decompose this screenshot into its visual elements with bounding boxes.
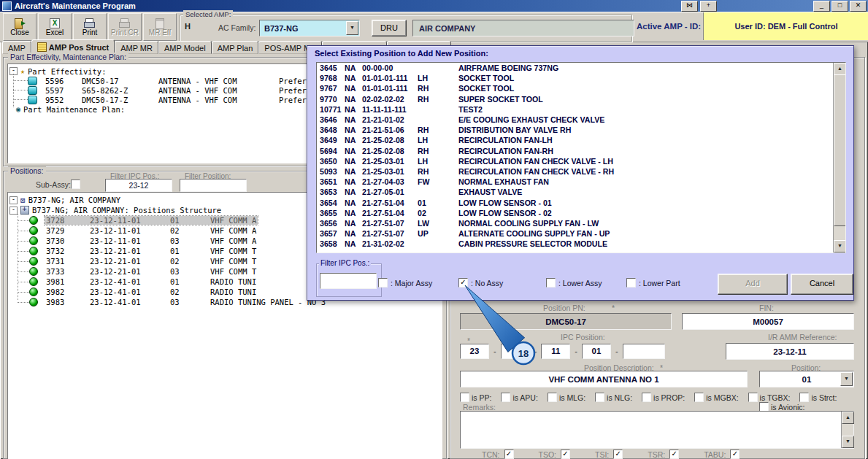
- flag-checkbox[interactable]: [799, 393, 809, 402]
- scroll-up-icon[interactable]: ▲: [834, 63, 846, 75]
- part-pn: DMC50-17-Z: [82, 96, 158, 104]
- tree-connector: [18, 282, 29, 282]
- title-bar[interactable]: Aircraft's Maintenance Program ⋈ + _ □ ✕: [0, 0, 868, 12]
- bottom-flag-checkbox[interactable]: ✓: [669, 450, 679, 459]
- tab-amp-model[interactable]: AMP Model: [158, 41, 212, 54]
- scroll-up-icon[interactable]: ▲: [842, 412, 854, 424]
- bottom-flag-checkbox[interactable]: ✓: [613, 450, 623, 459]
- flag-checkbox[interactable]: [595, 393, 604, 402]
- position-combobox[interactable]: 01 ▼: [759, 371, 854, 387]
- remarks-scrollbar[interactable]: ▲ ▼: [841, 412, 853, 448]
- dialog-list-row[interactable]: 9768NA01-01-01-111LHSOCKET TOOL: [317, 73, 845, 83]
- cancel-button[interactable]: Cancel: [791, 274, 853, 295]
- filter-position-input[interactable]: [180, 179, 247, 192]
- sub-assy-checkbox[interactable]: [71, 180, 80, 189]
- filter-ipc-input[interactable]: 23-12: [105, 179, 172, 192]
- tab-amp-plan[interactable]: AMP Plan: [212, 41, 259, 54]
- excel-button[interactable]: Excel: [38, 13, 72, 41]
- dialog-list-row[interactable]: 5694NA21-25-02-08RHRECIRCULATION FAN-RH: [317, 146, 845, 156]
- ipc-field-4[interactable]: 01: [582, 344, 611, 359]
- bottom-flag-checkbox[interactable]: ✓: [504, 450, 514, 459]
- chevron-down-icon[interactable]: ▼: [346, 21, 358, 35]
- row-na: NA: [345, 136, 362, 144]
- row-ipc: 21-27-51-07: [362, 229, 418, 238]
- dialog-filter-option-label: : Major Assy: [391, 279, 432, 288]
- mr-eff-button[interactable]: MR Eff: [143, 13, 177, 41]
- position-desc: VHF COMM A: [210, 226, 256, 235]
- dialog-list-row[interactable]: 3658NA21-31-02-02CABIN PRESSURE SELECTOR…: [317, 239, 845, 249]
- collapse-icon[interactable]: [9, 207, 18, 215]
- dialog-list-row[interactable]: 3656NA21-27-51-07LWNORMAL COOLING SUPPLY…: [317, 218, 845, 228]
- titlebar-tool-icon-2[interactable]: +: [700, 1, 717, 12]
- row-ipc: 00-00-00: [362, 63, 418, 72]
- close-button[interactable]: Close: [3, 13, 37, 41]
- dialog-filter-checkbox[interactable]: [626, 278, 636, 288]
- print-button[interactable]: Print: [73, 13, 107, 41]
- tab-amp-pos-struct[interactable]: AMP Pos Struct: [31, 39, 115, 54]
- bottom-flag: TSO:✓: [539, 450, 571, 459]
- row-na: NA: [345, 74, 362, 82]
- flag-checkbox[interactable]: [460, 393, 469, 402]
- dialog-list-row[interactable]: 3645NA00-00-00AIRFRAME BOEING 737NG: [317, 63, 845, 73]
- collapse-icon[interactable]: [9, 196, 18, 204]
- dialog-list-row[interactable]: 3646NA21-21-01-02E/E COOLING EXHAUST CHE…: [317, 115, 845, 125]
- flag-checkbox[interactable]: [501, 393, 510, 402]
- bottom-flag-label: TSR:: [648, 450, 665, 459]
- dialog-filter-input[interactable]: [320, 273, 377, 289]
- row-desc: AIRFRAME BOEING 737NG: [458, 63, 831, 72]
- dialog-list-row[interactable]: 3653NA21-27-05-01EXHAUST VALVE: [317, 187, 845, 197]
- ac-family-combobox[interactable]: B737-NG ▼: [259, 20, 360, 36]
- row-pos: 02: [418, 209, 458, 217]
- bottom-flag-label: TSI:: [595, 450, 609, 459]
- flag-checkbox[interactable]: [642, 393, 651, 402]
- h-button[interactable]: H: [185, 22, 191, 31]
- dialog-title[interactable]: Select Existing Position to Add New Posi…: [315, 49, 488, 58]
- dialog-filter-checkbox[interactable]: [378, 278, 388, 288]
- scroll-down-icon[interactable]: ▼: [834, 240, 846, 252]
- position-description-field[interactable]: VHF COMM ANTENNA NO 1: [460, 371, 748, 387]
- dialog-list-row[interactable]: 3650NA21-25-03-01LHRECIRCULATION FAN CHE…: [317, 156, 845, 166]
- ir-amm-field[interactable]: 23-12-11: [726, 343, 854, 360]
- dialog-list-row[interactable]: 3654NA21-27-51-0401LOW FLOW SENSOR - 01: [317, 197, 845, 207]
- maximize-button[interactable]: □: [831, 1, 848, 12]
- scroll-down-icon[interactable]: ▼: [842, 436, 854, 448]
- dialog-filter-option: : Lower Part: [626, 278, 680, 288]
- remarks-textarea[interactable]: ▲ ▼: [460, 411, 854, 449]
- dru-button[interactable]: DRU: [372, 20, 407, 36]
- close-window-button[interactable]: ✕: [850, 1, 867, 12]
- position-row-text: 398123-12-41-0101RADIO TUNI: [45, 277, 258, 286]
- bottom-flag: TSI:✓: [595, 450, 623, 459]
- scrollbar-thumb[interactable]: [834, 74, 846, 226]
- row-id: 3655: [320, 209, 345, 217]
- dialog-list-row[interactable]: 5093NA21-25-03-01RHRECIRCULATION FAN CHE…: [317, 166, 845, 177]
- row-pos: UP: [418, 229, 458, 238]
- titlebar-tool-icon-1[interactable]: ⋈: [681, 1, 698, 12]
- dialog-scrollbar[interactable]: ▲ ▼: [833, 63, 845, 252]
- ipc-field-5[interactable]: [623, 344, 665, 359]
- minimize-button[interactable]: _: [813, 1, 830, 12]
- flag-checkbox[interactable]: [748, 393, 758, 402]
- part-effectivity-root-label: Part Effectivity:: [28, 67, 106, 76]
- dialog-list-row[interactable]: 3657NA21-27-51-07UPALTERNATE COOLING SUP…: [317, 228, 845, 239]
- add-button[interactable]: Add: [718, 274, 788, 295]
- dialog-list-row[interactable]: 10771NA11-11-11-111TEST2: [317, 104, 845, 115]
- row-desc: RECIRCULATION FAN-LH: [458, 136, 831, 144]
- position-icon: [29, 226, 38, 235]
- dialog-list-row[interactable]: 3655NA21-27-51-0402LOW FLOW SENSOR - 02: [317, 208, 845, 218]
- flag-checkbox[interactable]: [548, 393, 557, 402]
- dialog-list-row[interactable]: 9770NA02-02-02-02RHSUPER SOCKET TOOL: [317, 94, 845, 104]
- row-desc: NORMAL EXHAUST FAN: [458, 177, 831, 186]
- position-row-text: 373323-12-21-0103VHF COMM T: [45, 267, 258, 276]
- dialog-list-row[interactable]: 3649NA21-25-02-08LHRECIRCULATION FAN-LH: [317, 135, 845, 145]
- dialog-list-row[interactable]: 3651NA21-27-04-03FWNORMAL EXHAUST FAN: [317, 177, 845, 187]
- row-pos: RH: [418, 84, 458, 93]
- chevron-down-icon[interactable]: ▼: [840, 372, 853, 386]
- dialog-list-row[interactable]: 3648NA21-21-51-06RHDISTRIBUTION BAY VALV…: [317, 125, 845, 135]
- fin-field[interactable]: M00057: [682, 313, 854, 330]
- row-id: 3657: [320, 229, 345, 238]
- bottom-flag-checkbox[interactable]: ✓: [730, 450, 740, 459]
- bottom-flag-checkbox[interactable]: ✓: [561, 450, 570, 459]
- print-cr-button[interactable]: Print CR: [108, 13, 142, 41]
- flag-checkbox[interactable]: [694, 393, 704, 402]
- dialog-list-row[interactable]: 9767NA01-01-01-111RHSOCKET TOOL: [317, 83, 845, 93]
